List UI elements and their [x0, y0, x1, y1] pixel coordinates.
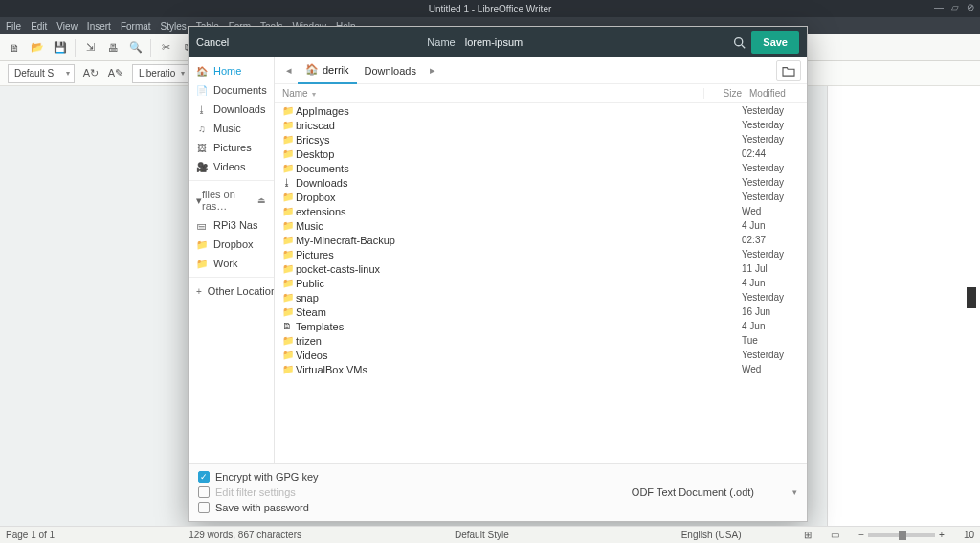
- svg-point-0: [734, 37, 742, 45]
- plus-icon: +: [196, 286, 202, 297]
- status-page: Page 1 of 1: [6, 530, 55, 540]
- status-wordcount: 129 words, 867 characters: [189, 530, 301, 540]
- sidebar-item-documents[interactable]: 📄Documents: [189, 80, 274, 100]
- sidebar-mount-rpi3-nas[interactable]: 🖴RPi3 Nas: [189, 215, 274, 235]
- folder-icon: 📁: [282, 163, 296, 173]
- menu-format[interactable]: Format: [121, 21, 151, 32]
- folder-icon: ⭳: [282, 177, 296, 188]
- menu-insert[interactable]: Insert: [87, 21, 111, 32]
- filename-input[interactable]: lorem-ipsum: [465, 36, 523, 48]
- place-icon: 🏠: [196, 66, 208, 77]
- eject-icon[interactable]: ⏏: [257, 195, 266, 205]
- zoom-slider[interactable]: −+: [858, 530, 945, 540]
- sidebar-mount-work[interactable]: 📁Work: [189, 254, 274, 273]
- menu-view[interactable]: View: [56, 21, 78, 32]
- file-row[interactable]: 📁Steam16 Jun: [275, 305, 807, 319]
- dialog-footer: ✓ Encrypt with GPG key Edit filter setti…: [189, 463, 807, 521]
- file-format-select[interactable]: ODF Text Document (.odt) ▾: [632, 486, 797, 498]
- folder-icon: 📁: [282, 306, 296, 317]
- chevron-down-icon: ▾: [792, 487, 797, 497]
- maximize-icon[interactable]: ▱: [951, 2, 959, 12]
- folder-icon: 📁: [282, 263, 296, 274]
- nav-back-icon[interactable]: ◂: [280, 64, 298, 77]
- document-area[interactable]: [827, 86, 980, 526]
- filter-settings-checkbox: Edit filter settings: [198, 485, 319, 500]
- close-icon[interactable]: ⊘: [967, 2, 974, 12]
- filename-label: Name: [427, 36, 455, 48]
- folder-icon: 📁: [282, 278, 296, 288]
- file-row[interactable]: 📁extensionsWed: [275, 204, 807, 218]
- place-icon: ⭳: [196, 104, 208, 115]
- update-style-icon[interactable]: A↻: [82, 65, 100, 82]
- drive-icon: 📁: [196, 239, 208, 250]
- new-style-icon[interactable]: A✎: [107, 65, 124, 82]
- file-row[interactable]: 📁PicturesYesterday: [275, 247, 807, 261]
- print-preview-icon[interactable]: 🔍: [127, 39, 145, 57]
- folder-icon: 📁: [282, 249, 296, 260]
- zoom-value[interactable]: 10: [964, 530, 974, 540]
- folder-icon: 📁: [282, 364, 296, 374]
- file-row[interactable]: 📁Desktop02:44: [275, 147, 807, 161]
- save-dialog: Cancel Name lorem-ipsum Save 🏠Home📄Docum…: [188, 26, 808, 522]
- save-with-password-checkbox[interactable]: Save with password: [198, 500, 319, 515]
- menu-styles[interactable]: Styles: [161, 21, 187, 32]
- file-row[interactable]: 📁DocumentsYesterday: [275, 161, 807, 175]
- sidebar-item-pictures[interactable]: 🖼Pictures: [189, 138, 274, 157]
- minimize-icon[interactable]: —: [934, 2, 944, 12]
- file-row[interactable]: 📁Public4 Jun: [275, 276, 807, 290]
- search-icon[interactable]: [726, 31, 751, 54]
- sidebar-item-videos[interactable]: 🎥Videos: [189, 157, 274, 176]
- column-headers[interactable]: Name▾ Size Modified: [275, 84, 807, 103]
- file-row[interactable]: 📁VideosYesterday: [275, 348, 807, 362]
- file-row[interactable]: 📁Music4 Jun: [275, 218, 807, 233]
- drive-icon: 📁: [196, 259, 208, 269]
- file-row[interactable]: 📁trizenTue: [275, 333, 807, 348]
- file-row[interactable]: 📁snapYesterday: [275, 290, 807, 305]
- file-row[interactable]: ⭳DownloadsYesterday: [275, 175, 807, 190]
- sidebar-other-locations[interactable]: + Other Locations: [189, 282, 274, 301]
- folder-icon: 📁: [282, 292, 296, 303]
- status-language[interactable]: English (USA): [681, 530, 742, 540]
- cancel-button[interactable]: Cancel: [196, 36, 229, 48]
- cut-icon[interactable]: ✂: [157, 39, 174, 57]
- file-row[interactable]: 📁BricsysYesterday: [275, 132, 807, 147]
- home-icon: 🏠: [305, 63, 319, 76]
- sidebar-item-downloads[interactable]: ⭳Downloads: [189, 100, 274, 119]
- file-row[interactable]: 📁bricscadYesterday: [275, 118, 807, 132]
- file-row[interactable]: 📁DropboxYesterday: [275, 190, 807, 204]
- folder-icon: 📁: [282, 335, 296, 346]
- new-folder-button[interactable]: [776, 60, 801, 81]
- app-title: Untitled 1 - LibreOffice Writer: [429, 4, 552, 14]
- place-icon: 🎥: [196, 162, 208, 172]
- breadcrumb-derrik[interactable]: 🏠derrik: [298, 57, 357, 84]
- book-view-icon[interactable]: ▭: [831, 530, 839, 540]
- sidebar-item-home[interactable]: 🏠Home: [189, 61, 274, 80]
- open-icon[interactable]: 📂: [29, 39, 46, 57]
- sidebar-mount-dropbox[interactable]: 📁Dropbox: [189, 235, 274, 254]
- insert-mode-icon[interactable]: ⊞: [804, 530, 812, 540]
- save-button[interactable]: Save: [751, 31, 799, 54]
- file-row[interactable]: 📁My-Minecraft-Backup02:37: [275, 233, 807, 247]
- breadcrumb-downloads[interactable]: Downloads: [357, 57, 424, 84]
- mounts-header[interactable]: ▾ files on ras… ⏏: [189, 185, 274, 215]
- save-icon[interactable]: 💾: [52, 39, 69, 57]
- print-icon[interactable]: 🖶: [104, 39, 122, 57]
- new-doc-icon[interactable]: 🗎: [6, 39, 23, 57]
- file-row[interactable]: 🗎Templates4 Jun: [275, 319, 807, 333]
- export-pdf-icon[interactable]: ⇲: [81, 39, 99, 57]
- font-name-combo[interactable]: Liberatio: [132, 64, 189, 83]
- file-row[interactable]: 📁pocket-casts-linux11 Jul: [275, 261, 807, 276]
- sidebar-item-music[interactable]: ♫Music: [189, 119, 274, 138]
- menu-edit[interactable]: Edit: [31, 21, 47, 32]
- folder-icon: 📁: [282, 192, 296, 202]
- app-titlebar: Untitled 1 - LibreOffice Writer — ▱ ⊘: [0, 0, 980, 17]
- menu-file[interactable]: File: [6, 21, 21, 32]
- file-row[interactable]: 📁VirtualBox VMsWed: [275, 362, 807, 376]
- file-list[interactable]: 📁AppImagesYesterday📁bricscadYesterday📁Br…: [275, 103, 807, 463]
- paragraph-style-combo[interactable]: Default S: [8, 64, 75, 83]
- encrypt-checkbox[interactable]: ✓ Encrypt with GPG key: [198, 469, 319, 485]
- nav-fwd-icon[interactable]: ▸: [424, 64, 441, 77]
- sort-indicator-icon: ▾: [312, 90, 316, 99]
- file-row[interactable]: 📁AppImagesYesterday: [275, 103, 807, 118]
- place-icon: ♫: [196, 124, 208, 134]
